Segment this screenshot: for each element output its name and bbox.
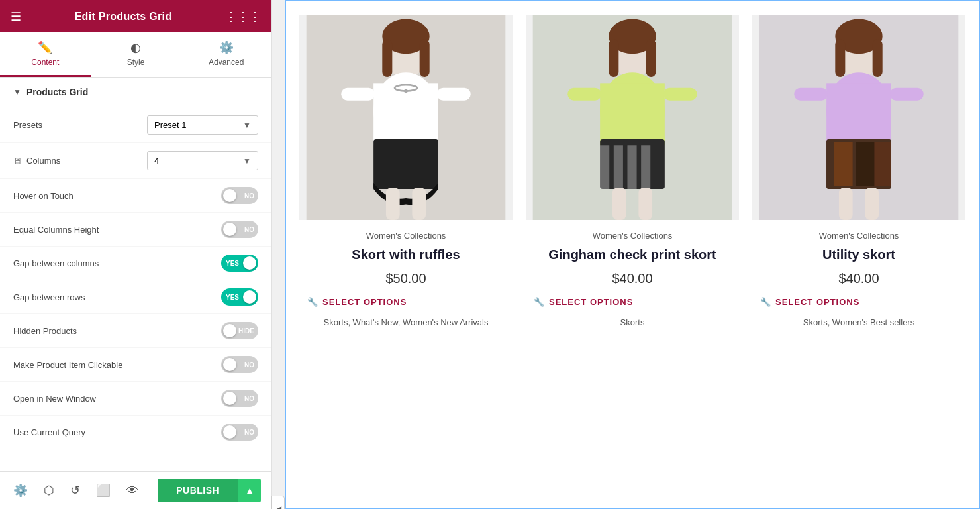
panel-tabs: ✏️ Content ◐ Style ⚙️ Advanced: [0, 32, 271, 78]
toggle-switch-gap_between_rows[interactable]: YES: [221, 288, 258, 306]
history-icon-btn[interactable]: ↺: [68, 481, 83, 500]
product-price-3: $40.00: [760, 271, 957, 286]
toggle-gap_between_columns[interactable]: YES: [221, 254, 258, 272]
toggle-label-gap_between_columns: YES: [226, 260, 239, 267]
svg-rect-4: [420, 40, 430, 77]
svg-rect-19: [646, 40, 656, 77]
toggle-switch-open_in_new_window[interactable]: NO: [221, 390, 258, 407]
tab-content-label: Content: [31, 58, 59, 67]
toggle-label-open_in_new_window: NO: [244, 395, 254, 402]
tab-advanced[interactable]: ⚙️ Advanced: [181, 32, 271, 77]
select-options-button-2[interactable]: 🔧 SELECT OPTIONS: [534, 297, 633, 307]
toggle-switch-hidden_products[interactable]: HIDE: [221, 322, 258, 339]
toggle-hidden_products[interactable]: HIDE: [221, 322, 258, 339]
setting-label-hover_on_touch: Hover on Touch: [13, 191, 74, 201]
product-info-3: Women's Collections Utility skort $40.00…: [752, 220, 965, 338]
toggle-knob-gap_between_columns: [243, 256, 256, 270]
product-name-2: Gingham check print skort: [534, 246, 731, 263]
left-panel: ☰ Edit Products Grid ⋮⋮⋮ ✏️ Content ◐ St…: [0, 0, 272, 509]
svg-rect-35: [835, 40, 845, 77]
right-panel: Women's Collections Skort with ruffles $…: [285, 0, 980, 509]
setting-row-presets: PresetsPreset 1▼: [0, 107, 271, 143]
svg-rect-12: [373, 139, 438, 189]
toggle-make_product_item_clickable[interactable]: NO: [221, 356, 258, 373]
toggle-switch-use_current_query[interactable]: NO: [221, 424, 258, 441]
publish-button[interactable]: PUBLISH: [158, 479, 238, 502]
toggle-gap_between_rows[interactable]: YES: [221, 288, 258, 306]
product-info-1: Women's Collections Skort with ruffles $…: [299, 220, 513, 338]
toggle-knob-gap_between_rows: [243, 290, 256, 304]
select-presets[interactable]: Preset 1▼: [147, 115, 258, 135]
collapse-panel-button[interactable]: ◀: [271, 496, 285, 509]
svg-rect-46: [874, 142, 891, 186]
select-value-presets: Preset 1: [154, 120, 186, 130]
setting-label-open_in_new_window: Open in New Window: [13, 394, 96, 404]
tab-style-label: Style: [127, 58, 145, 67]
toggle-switch-equal_columns_height[interactable]: NO: [221, 221, 258, 238]
layers-icon-btn[interactable]: ⬡: [41, 481, 57, 500]
layout-icon-btn[interactable]: ⬜: [93, 481, 113, 500]
setting-row-gap_between_columns: Gap between columnsYES: [0, 247, 271, 280]
toggle-switch-gap_between_columns[interactable]: YES: [221, 254, 258, 272]
section-arrow[interactable]: ▼: [13, 87, 21, 97]
toggle-label-make_product_item_clickable: NO: [244, 361, 254, 368]
product-price-2: $40.00: [534, 271, 731, 286]
panel-content: ▼ Products Grid PresetsPreset 1▼🖥 Column…: [0, 78, 271, 471]
toggle-use_current_query[interactable]: NO: [221, 424, 258, 441]
svg-point-9: [404, 89, 408, 93]
product-image-2: [526, 15, 739, 220]
product-category-3: Women's Collections: [760, 231, 957, 241]
select-options-button-1[interactable]: 🔧 SELECT OPTIONS: [307, 297, 407, 307]
setting-label-make_product_item_clickable: Make Product Item Clickable: [13, 360, 122, 370]
setting-label-columns: 🖥 Columns: [13, 156, 60, 166]
product-card-3: Women's Collections Utility skort $40.00…: [752, 15, 965, 338]
hamburger-icon[interactable]: ☰: [11, 9, 21, 24]
section-header: ▼ Products Grid: [0, 78, 271, 107]
toggle-equal_columns_height[interactable]: NO: [221, 221, 258, 238]
product-category-1: Women's Collections: [307, 231, 505, 241]
product-name-3: Utility skort: [760, 246, 957, 263]
wrench-icon-2: 🔧: [534, 297, 545, 307]
svg-rect-27: [614, 145, 623, 189]
grid-icon[interactable]: ⋮⋮⋮: [225, 9, 261, 24]
product-name-1: Skort with ruffles: [307, 246, 505, 263]
toggle-open_in_new_window[interactable]: NO: [221, 390, 258, 407]
toggle-hover_on_touch[interactable]: NO: [221, 187, 258, 204]
toggle-switch-hover_on_touch[interactable]: NO: [221, 187, 258, 204]
bottom-icons: ⚙️ ⬡ ↺ ⬜ 👁: [11, 481, 141, 500]
product-card-2: Women's Collections Gingham check print …: [526, 15, 739, 338]
svg-rect-44: [834, 142, 852, 186]
select-columns[interactable]: 4▼: [147, 151, 258, 170]
product-tags-2: Skorts: [534, 317, 731, 327]
svg-rect-30: [612, 188, 626, 220]
setting-row-columns: 🖥 Columns4▼: [0, 143, 271, 179]
setting-row-make_product_item_clickable: Make Product Item ClickableNO: [0, 348, 271, 382]
panel-header: ☰ Edit Products Grid ⋮⋮⋮: [0, 0, 271, 32]
publish-dropdown-button[interactable]: ▲: [238, 479, 261, 502]
toggle-knob-use_current_query: [223, 425, 236, 439]
setting-row-use_current_query: Use Current QueryNO: [0, 416, 271, 449]
select-options-button-3[interactable]: 🔧 SELECT OPTIONS: [760, 297, 859, 307]
contrast-icon: ◐: [130, 40, 141, 55]
setting-row-open_in_new_window: Open in New WindowNO: [0, 382, 271, 416]
select-options-label-3: SELECT OPTIONS: [775, 297, 859, 307]
setting-label-presets: Presets: [13, 120, 42, 130]
svg-rect-23: [567, 88, 601, 101]
svg-rect-11: [437, 88, 471, 101]
setting-label-equal_columns_height: Equal Columns Height: [13, 225, 99, 235]
tab-content[interactable]: ✏️ Content: [0, 32, 91, 77]
product-category-2: Women's Collections: [534, 231, 731, 241]
panel-title: Edit Products Grid: [75, 11, 172, 23]
product-tags-1: Skorts, What's New, Women's New Arrivals: [307, 317, 505, 327]
settings-icon-btn[interactable]: ⚙️: [11, 481, 30, 500]
products-grid: Women's Collections Skort with ruffles $…: [299, 15, 965, 338]
svg-rect-3: [382, 40, 392, 77]
svg-rect-24: [663, 88, 697, 101]
tab-style[interactable]: ◐ Style: [91, 32, 181, 77]
product-image-1: [299, 15, 513, 220]
toggle-switch-make_product_item_clickable[interactable]: NO: [221, 356, 258, 373]
preview-icon-btn[interactable]: 👁: [124, 481, 141, 500]
svg-rect-36: [873, 40, 883, 77]
toggle-knob-open_in_new_window: [223, 392, 236, 405]
pencil-icon: ✏️: [38, 40, 52, 55]
